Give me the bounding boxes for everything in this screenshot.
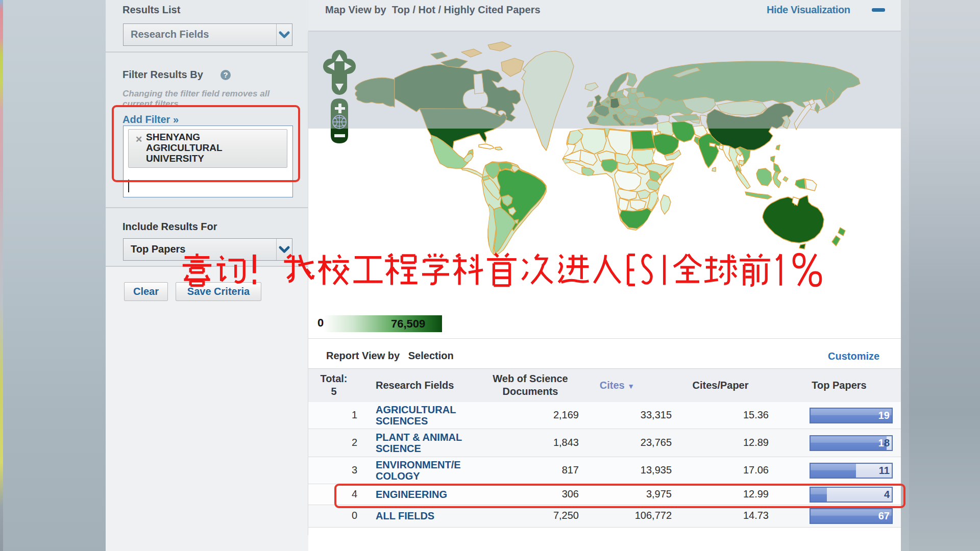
svg-text:0: 0: [317, 316, 324, 329]
svg-text:76,509: 76,509: [391, 317, 425, 330]
